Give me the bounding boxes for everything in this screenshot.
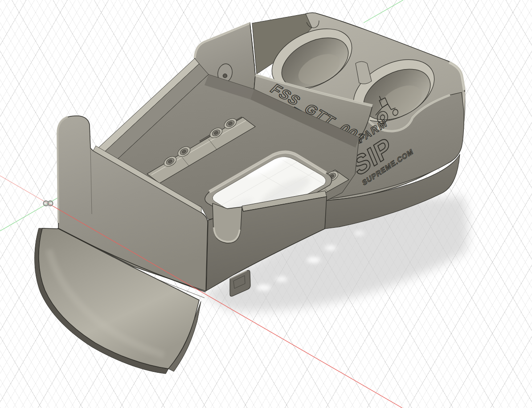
model-canvas[interactable]: FARM SIP SUPREME.COM [0,0,532,408]
cad-viewport[interactable]: FARM SIP SUPREME.COM [0,0,532,408]
origin-marker[interactable] [44,201,53,206]
u-notch [213,203,242,243]
